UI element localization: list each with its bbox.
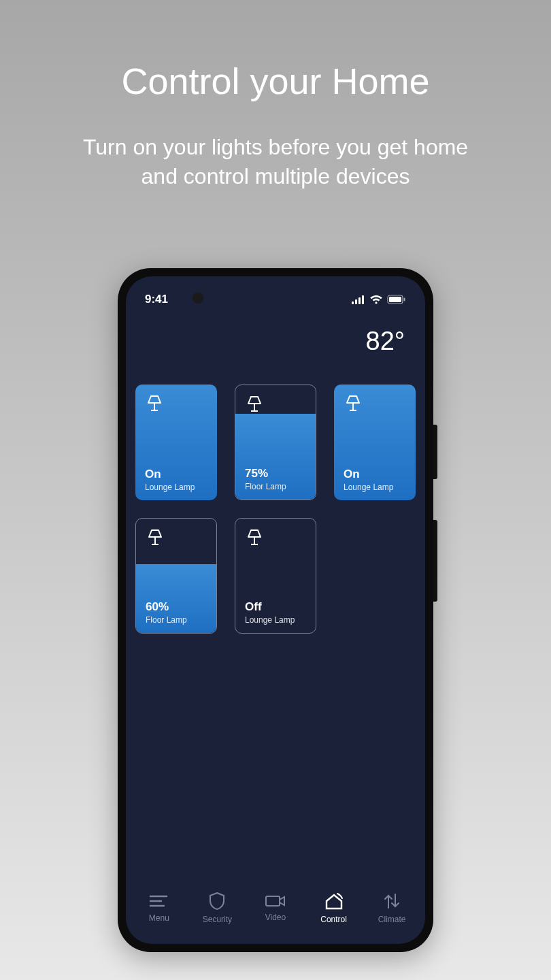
tile-name: Floor Lamp <box>146 615 210 625</box>
nav-label: Security <box>203 915 232 924</box>
lamp-icon <box>245 528 264 550</box>
tile-labels: OnLounge Lamp <box>145 468 210 492</box>
tile-labels: OffLounge Lamp <box>245 600 309 625</box>
device-grid: OnLounge Lamp75%Floor LampOnLounge Lamp6… <box>126 356 425 634</box>
phone-side-button <box>433 425 437 479</box>
nav-label: Climate <box>378 915 406 924</box>
tile-name: Lounge Lamp <box>145 483 210 492</box>
phone-screen: 9:41 82° OnLounge Lamp75%Floor LampOnLou… <box>126 276 425 944</box>
svg-rect-6 <box>404 298 405 301</box>
device-tile[interactable]: 75%Floor Lamp <box>235 385 316 500</box>
nav-item-climate[interactable]: Climate <box>368 892 416 924</box>
bottom-nav: MenuSecurityVideoControlClimate <box>126 879 425 944</box>
tile-labels: 75%Floor Lamp <box>245 467 309 491</box>
tile-state: Off <box>245 600 309 614</box>
tile-labels: OnLounge Lamp <box>344 468 409 492</box>
tile-name: Lounge Lamp <box>344 483 409 492</box>
home-icon <box>324 892 344 911</box>
tile-name: Lounge Lamp <box>245 615 309 625</box>
svg-rect-1 <box>355 299 357 304</box>
device-tile[interactable]: OffLounge Lamp <box>235 518 316 634</box>
battery-icon <box>387 295 406 304</box>
tile-name: Floor Lamp <box>245 482 309 491</box>
nav-label: Control <box>320 915 347 924</box>
tile-state: 75% <box>245 467 309 480</box>
nav-label: Menu <box>149 913 169 923</box>
status-right <box>352 295 406 304</box>
svg-rect-3 <box>362 295 364 304</box>
nav-item-menu[interactable]: Menu <box>135 893 183 923</box>
nav-item-control[interactable]: Control <box>310 892 358 924</box>
svg-rect-5 <box>389 297 401 302</box>
menu-icon <box>149 893 169 909</box>
tile-state: On <box>145 468 210 481</box>
tile-labels: 60%Floor Lamp <box>146 600 210 625</box>
temperature-reading: 82° <box>126 320 425 356</box>
svg-rect-2 <box>358 297 361 304</box>
page-subtitle: Turn on your lights before you get home … <box>65 133 486 191</box>
phone-side-button <box>433 520 437 602</box>
phone-mockup: 9:41 82° OnLounge Lamp75%Floor LampOnLou… <box>118 268 433 952</box>
status-time: 9:41 <box>145 293 168 306</box>
device-tile[interactable]: OnLounge Lamp <box>135 385 217 500</box>
wifi-icon <box>369 295 383 304</box>
lamp-icon <box>145 394 164 416</box>
tile-state: On <box>344 468 409 481</box>
svg-rect-20 <box>266 896 280 906</box>
nav-label: Video <box>265 913 286 922</box>
nav-item-video[interactable]: Video <box>252 894 299 922</box>
page-title: Control your Home <box>121 60 429 102</box>
shield-icon <box>208 892 226 911</box>
lamp-icon <box>146 528 165 550</box>
lamp-icon <box>344 394 363 416</box>
climate-icon <box>383 892 401 911</box>
signal-icon <box>352 295 365 304</box>
device-tile[interactable]: 60%Floor Lamp <box>135 518 217 634</box>
camera-icon <box>265 894 286 909</box>
svg-rect-0 <box>352 301 354 304</box>
lamp-icon <box>245 395 264 416</box>
device-tile[interactable]: OnLounge Lamp <box>334 385 416 500</box>
tile-state: 60% <box>146 600 210 614</box>
status-bar: 9:41 <box>126 291 425 308</box>
nav-item-security[interactable]: Security <box>193 892 241 924</box>
